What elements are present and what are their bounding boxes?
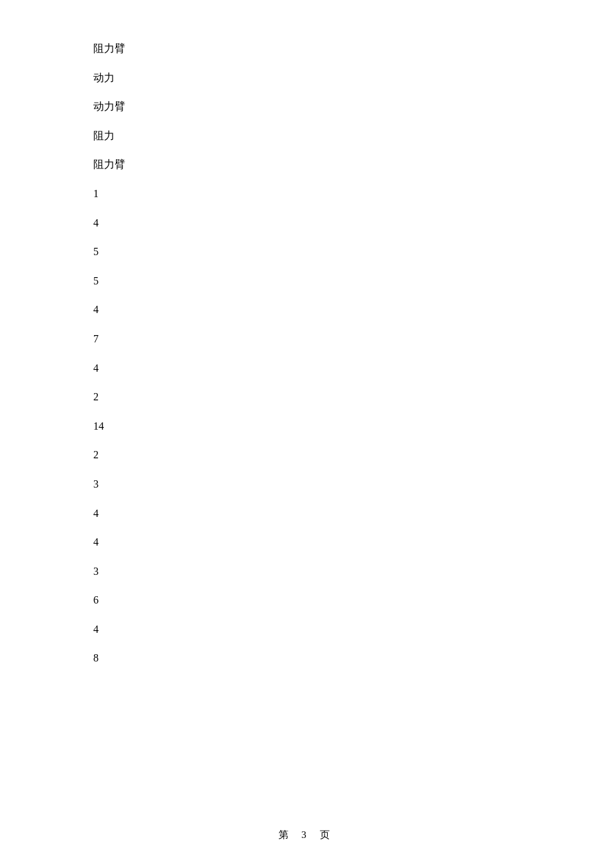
text-line: 3 [93,476,520,493]
text-line: 动力臂 [93,98,520,115]
page-footer: 第 3 页 [0,829,613,841]
text-line: 3 [93,563,520,580]
text-line: 5 [93,243,520,260]
text-line: 4 [93,505,520,522]
text-line: 5 [93,272,520,290]
text-line: 8 [93,650,520,667]
text-line: 1 [93,185,520,203]
text-line: 6 [93,592,520,609]
text-line: 2 [93,446,520,464]
text-line: 4 [93,360,520,377]
page-content: 阻力臂动力动力臂阻力阻力臂145547421423443648 [0,0,613,732]
text-line: 2 [93,388,520,406]
text-line: 4 [93,621,520,638]
text-line: 4 [93,301,520,318]
text-line: 阻力臂 [93,40,520,57]
text-line: 4 [93,215,520,232]
text-line: 动力 [93,69,520,87]
text-line: 14 [93,418,520,435]
page-number: 第 3 页 [279,829,335,840]
text-line: 阻力 [93,127,520,145]
text-line: 7 [93,330,520,348]
text-line: 阻力臂 [93,156,520,173]
text-line: 4 [93,534,520,551]
